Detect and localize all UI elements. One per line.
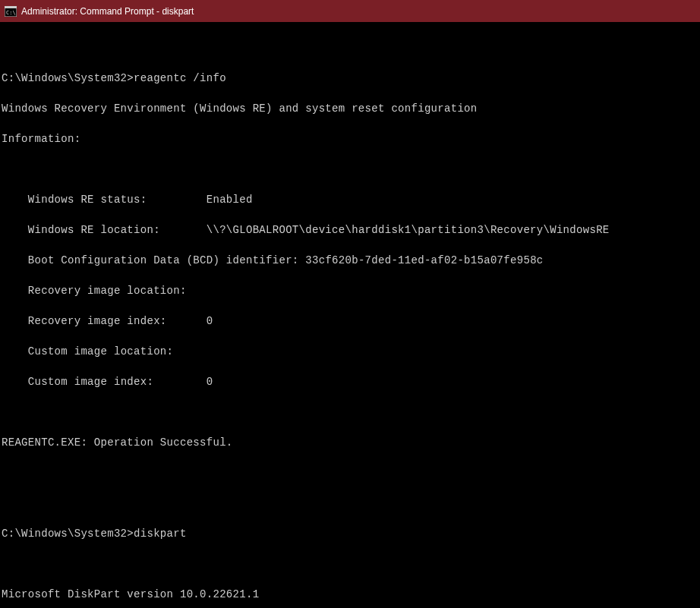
status-label: Windows RE status:: [28, 194, 207, 206]
location-value: \\?\GLOBALROOT\device\harddisk1\partitio…: [207, 224, 610, 236]
output-line: REAGENTC.EXE: Operation Successful.: [2, 435, 698, 450]
terminal-line: [2, 556, 698, 572]
recovery-image-location-label: Recovery image location:: [28, 285, 187, 297]
svg-text:C:\: C:\: [6, 10, 16, 16]
output-line: Recovery image index: 0: [2, 313, 698, 329]
output-line: Recovery image location:: [2, 283, 698, 298]
terminal-line: [2, 465, 698, 480]
output-line: Information:: [2, 131, 698, 146]
output-line: Windows RE location: \\?\GLOBALROOT\devi…: [2, 222, 698, 238]
terminal-line: [2, 496, 698, 511]
bcd-label: Boot Configuration Data (BCD) identifier…: [28, 254, 305, 266]
status-value: Enabled: [207, 194, 253, 206]
recovery-image-index-value: 0: [207, 315, 213, 327]
svg-rect-1: [5, 6, 17, 8]
terminal-line: [2, 40, 698, 55]
location-label: Windows RE location:: [28, 224, 207, 236]
output-line: Windows RE status: Enabled: [2, 192, 698, 207]
terminal-line: [2, 162, 698, 177]
terminal-output[interactable]: C:\Windows\System32>reagentc /info Windo…: [0, 22, 700, 608]
custom-image-location-label: Custom image location:: [28, 345, 173, 358]
output-line: Microsoft DiskPart version 10.0.22621.1: [2, 587, 698, 602]
prompt-path: C:\Windows\System32>: [2, 72, 134, 84]
custom-image-index-label: Custom image index:: [28, 376, 207, 388]
recovery-image-index-label: Recovery image index:: [28, 315, 207, 327]
custom-image-index-value: 0: [207, 376, 213, 388]
prompt-line: C:\Windows\System32>diskpart: [2, 526, 698, 541]
cmd-icon: C:\: [5, 6, 17, 17]
window-titlebar[interactable]: C:\ Administrator: Command Prompt - disk…: [0, 0, 700, 22]
output-line: Custom image location:: [2, 344, 698, 359]
command-text: reagentc /info: [134, 72, 226, 84]
bcd-value: 33cf620b-7ded-11ed-af02-b15a07fe958c: [305, 254, 543, 266]
window-title: Administrator: Command Prompt - diskpart: [21, 6, 194, 17]
output-line: Boot Configuration Data (BCD) identifier…: [2, 253, 698, 268]
output-line: Windows Recovery Environment (Windows RE…: [2, 101, 698, 116]
prompt-path: C:\Windows\System32>: [2, 528, 134, 540]
terminal-line: [2, 405, 698, 420]
output-line: Custom image index: 0: [2, 374, 698, 389]
command-text: diskpart: [134, 528, 187, 540]
prompt-line: C:\Windows\System32>reagentc /info: [2, 71, 698, 86]
